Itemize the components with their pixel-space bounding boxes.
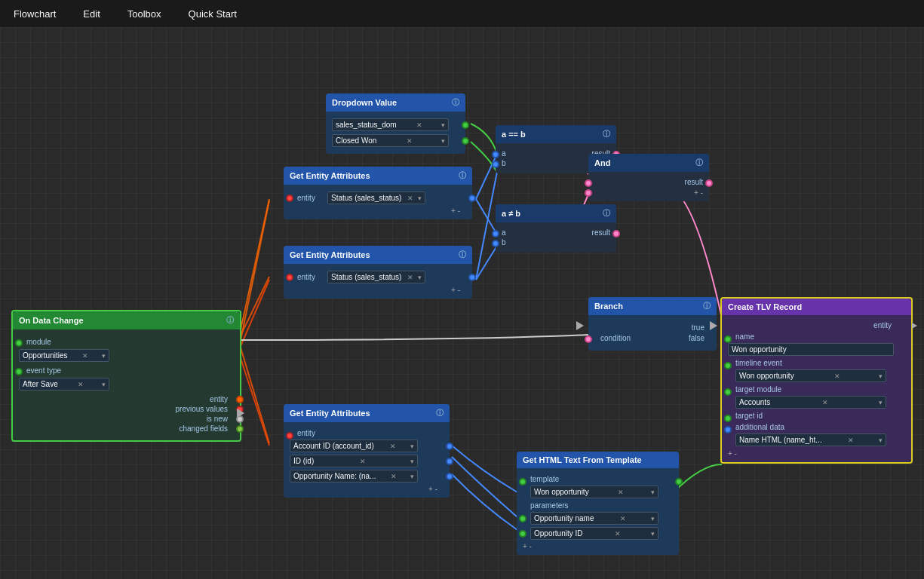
and-header: And ⓘ [588,154,709,172]
node-on-data-change: On Data Change ⓘ module Opportunities ✕▾… [11,310,241,442]
get-entity-1-title: Get Entity Attributes [290,171,370,180]
get-entity-3-title: Get Entity Attributes [290,409,370,418]
get-entity-3-field1-select[interactable]: Account ID (account_id) ✕▾ [290,440,418,452]
create-tlv-timeline-select[interactable]: Won opportunity ✕▾ [735,369,886,382]
module-select[interactable]: Opportunities ✕▾ [19,349,109,362]
neq-b-label: b [502,238,506,247]
get-entity-2-attr-select[interactable]: Status (sales_status) ✕▾ [327,271,425,283]
is-new-label: is new [207,415,228,423]
get-html-template-select[interactable]: Won opportunity ✕▾ [530,486,658,498]
branch-info[interactable]: ⓘ [703,301,711,311]
get-entity-3-header: Get Entity Attributes ⓘ [284,404,450,422]
node-get-entity-2: Get Entity Attributes ⓘ entity Status (s… [284,246,472,299]
get-entity-1-header: Get Entity Attributes ⓘ [284,167,472,185]
on-data-change-title: On Data Change [19,316,84,325]
get-entity-2-header: Get Entity Attributes ⓘ [284,246,472,264]
get-entity-3-info[interactable]: ⓘ [436,408,444,418]
get-html-template-label: template [530,475,576,483]
node-get-entity-1: Get Entity Attributes ⓘ entity Status (s… [284,167,472,219]
node-get-html: Get HTML Text From Template template Won… [517,452,679,555]
node-neq: a ≠ b ⓘ a result b [496,204,616,253]
node-create-tlv: Create TLV Record entity name Won opport [720,297,913,464]
get-html-param1-select[interactable]: Opportunity name ✕▾ [530,512,658,525]
create-tlv-entity-label: entity [873,321,892,329]
and-plus-minus[interactable]: + - [594,188,703,197]
menu-edit[interactable]: Edit [77,4,106,24]
and-title: And [594,158,610,167]
create-tlv-target-id-label: target id [735,412,763,420]
dropdown-value-header: Dropdown Value ⓘ [326,93,465,112]
on-data-change-info[interactable]: ⓘ [226,315,234,326]
create-tlv-timeline-label: timeline event [735,359,782,367]
branch-header: Branch ⓘ [588,297,717,315]
branch-true-label: true [692,323,705,332]
prev-values-label: previous values [176,405,228,413]
get-entity-1-info[interactable]: ⓘ [459,170,466,181]
create-tlv-target-module-select[interactable]: Accounts ✕▾ [735,396,886,409]
get-html-plus-minus[interactable]: + - [523,542,673,550]
event-type-select[interactable]: After Save ✕▾ [19,378,109,391]
get-entity-1-entity-label: entity [297,194,324,202]
entity-output-label: entity [210,395,228,403]
create-tlv-additional-data-label: additional data [735,423,784,431]
and-info[interactable]: ⓘ [695,158,703,168]
eq-a-label: a [502,149,506,158]
dropdown-value-title: Dropdown Value [332,98,397,107]
menu-quickstart[interactable]: Quick Start [183,4,243,24]
and-result-label: result [685,178,703,186]
neq-a-label: a [502,228,506,237]
menu-flowchart[interactable]: Flowchart [8,4,62,24]
neq-result-label: result [592,228,610,237]
get-entity-2-entity-label: entity [297,273,324,281]
get-entity-3-plus-minus[interactable]: + - [290,485,444,493]
branch-title: Branch [594,302,623,311]
eq-b-label: b [502,159,506,167]
create-tlv-title: Create TLV Record [728,302,802,311]
get-entity-3-entity-label: entity [297,429,324,437]
create-tlv-plus-minus[interactable]: + - [728,449,905,458]
get-entity-3-field3-select[interactable]: Opportunity Name: (na... ✕▾ [290,470,418,482]
node-get-entity-3: Get Entity Attributes ⓘ entity Account I… [284,404,450,498]
get-html-header: Get HTML Text From Template [517,452,679,468]
node-branch: Branch ⓘ true condition false [588,297,717,351]
create-tlv-additional-data-select[interactable]: Name HTML (name_ht... ✕▾ [735,433,886,446]
node-and: And ⓘ result + - [588,154,709,201]
create-tlv-name-label: name [735,332,763,341]
event-type-label: event type [26,366,61,375]
eq-header: a == b ⓘ [496,125,616,143]
neq-title: a ≠ b [502,209,520,218]
dropdown-info[interactable]: ⓘ [452,97,459,108]
get-html-params-label: parameters [530,501,673,510]
branch-condition-label: condition [600,334,631,342]
get-html-param2-select[interactable]: Opportunity ID ✕▾ [530,527,658,540]
eq-info[interactable]: ⓘ [603,129,610,139]
get-entity-1-plus-minus[interactable]: + - [290,207,466,215]
eq-title: a == b [502,130,526,139]
module-label: module [26,338,54,346]
get-entity-2-title: Get Entity Attributes [290,250,370,259]
get-entity-2-info[interactable]: ⓘ [459,250,466,260]
get-entity-1-attr-select[interactable]: Status (sales_status) ✕▾ [327,191,425,204]
dropdown-field1-select[interactable]: sales_status_dom ✕▾ [332,118,449,131]
neq-info[interactable]: ⓘ [603,208,610,219]
get-html-title: Get HTML Text From Template [523,455,642,464]
dropdown-field2-select[interactable]: Closed Won ✕▾ [332,134,449,147]
node-dropdown-value: Dropdown Value ⓘ sales_status_dom ✕▾ Clo… [326,93,465,154]
create-tlv-target-module-label: target module [735,385,781,394]
menu-toolbox[interactable]: Toolbox [121,4,167,24]
get-entity-3-field2-select[interactable]: ID (id) ✕▾ [290,455,418,467]
changed-fields-label: changed fields [180,424,229,433]
get-entity-2-plus-minus[interactable]: + - [290,286,466,294]
menu-bar: Flowchart Edit Toolbox Quick Start [0,0,924,27]
neq-header: a ≠ b ⓘ [496,204,616,222]
flowchart-canvas: On Data Change ⓘ module Opportunities ✕▾… [0,27,924,579]
create-tlv-header: Create TLV Record [722,299,911,315]
on-data-change-header: On Data Change ⓘ [13,311,240,329]
